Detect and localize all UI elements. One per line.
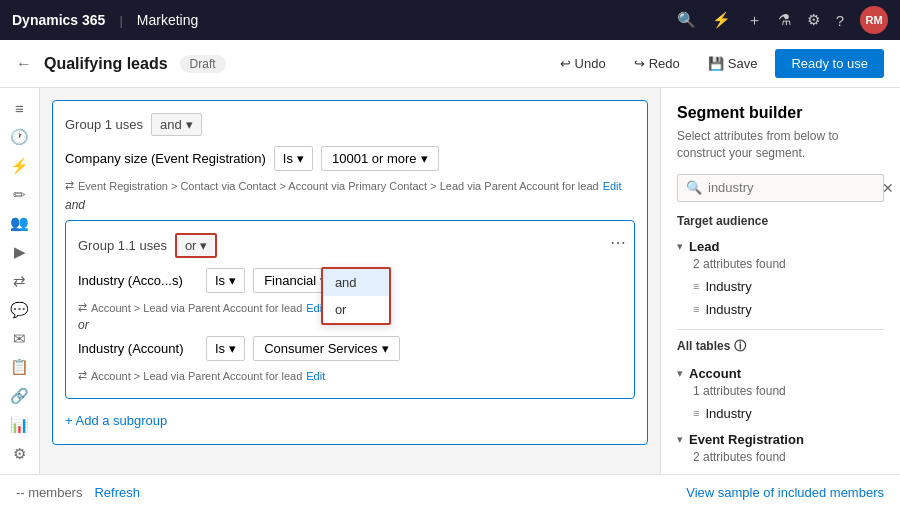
account-items: ≡ Industry (693, 402, 884, 425)
group1-label: Group 1 uses (65, 117, 143, 132)
search-input[interactable] (708, 180, 876, 195)
tree-header-event-reg[interactable]: ▾ Event Registration (677, 429, 884, 450)
sidebar-icon-edit[interactable]: ✏ (4, 182, 36, 207)
content-area: Group 1 uses and ▾ Company size (Event R… (40, 88, 660, 474)
lead-industry-label-2: Industry (705, 302, 751, 317)
condition3-row: Industry (Account) Is ▾ Consumer Service… (78, 336, 622, 361)
condition1-value-select[interactable]: 10001 or more ▾ (321, 146, 439, 171)
lead-industry-item-1[interactable]: ≡ Industry (693, 275, 884, 298)
search-icon[interactable]: 🔍 (677, 11, 696, 29)
tree-section-lead: ▾ Lead 2 attributes found ≡ Industry ≡ I… (677, 236, 884, 321)
condition1-label: Company size (Event Registration) (65, 151, 266, 166)
sidebar-icon-recent[interactable]: 🕐 (4, 125, 36, 150)
plus-icon[interactable]: ＋ (747, 11, 762, 30)
undo-button[interactable]: ↩ Undo (550, 50, 616, 77)
event-reg-industry-item[interactable]: ≡ Industry (693, 468, 884, 474)
condition2-label: Industry (Acco...s) (78, 273, 198, 288)
group11-label: Group 1.1 uses (78, 238, 167, 253)
search-box: 🔍 ✕ (677, 174, 884, 202)
lead-chevron-icon: ▾ (677, 240, 683, 253)
and-label: and (65, 198, 635, 212)
sidebar-icon-flow[interactable]: ⇄ (4, 269, 36, 294)
undo-icon: ↩ (560, 56, 571, 71)
sidebar-icon-chat[interactable]: 💬 (4, 297, 36, 322)
sidebar-icon-contacts[interactable]: 👥 (4, 211, 36, 236)
condition3-value-chevron: ▾ (382, 341, 389, 356)
divider-all-tables (677, 329, 884, 330)
main-layout: ≡ 🕐 ⚡ ✏ 👥 ▶ ⇄ 💬 ✉ 📋 🔗 📊 ⚙ Group 1 uses a… (0, 88, 900, 474)
tree-section-event-reg: ▾ Event Registration 2 attributes found … (677, 429, 884, 474)
filter-icon[interactable]: ⚗ (778, 11, 791, 29)
tree-section-account: ▾ Account 1 attributes found ≡ Industry (677, 363, 884, 425)
group1-operator-dropdown[interactable]: and ▾ (151, 113, 202, 136)
members-count: -- members (16, 485, 82, 500)
lead-industry-icon-2: ≡ (693, 303, 699, 315)
refresh-button[interactable]: Refresh (94, 485, 140, 500)
group1-header: Group 1 uses and ▾ (65, 113, 635, 136)
sidebar-icon-list[interactable]: 📋 (4, 355, 36, 380)
account-chevron-icon: ▾ (677, 367, 683, 380)
group1-operator-chevron: ▾ (186, 117, 193, 132)
condition3-value-select[interactable]: Consumer Services ▾ (253, 336, 399, 361)
avatar[interactable]: RM (860, 6, 888, 34)
ready-to-use-button[interactable]: Ready to use (775, 49, 884, 78)
sidebar-icon-play[interactable]: ▶ (4, 240, 36, 265)
condition1-value-chevron: ▾ (421, 151, 428, 166)
search-icon-panel: 🔍 (686, 180, 702, 195)
condition1-op-select[interactable]: Is ▾ (274, 146, 313, 171)
page-title: Qualifying leads (44, 55, 168, 73)
tree-header-account[interactable]: ▾ Account (677, 363, 884, 384)
breadcrumb1-edit[interactable]: Edit (603, 180, 622, 192)
redo-button[interactable]: ↪ Redo (624, 50, 690, 77)
account-section-name: Account (689, 366, 741, 381)
breadcrumb3-row: ⇄ Account > Lead via Parent Account for … (78, 369, 622, 382)
account-industry-item[interactable]: ≡ Industry (693, 402, 884, 425)
account-count: 1 attributes found (693, 384, 884, 398)
sidebar-icon-chart[interactable]: 📊 (4, 412, 36, 437)
view-sample-link[interactable]: View sample of included members (686, 485, 884, 500)
clear-search-button[interactable]: ✕ (882, 180, 894, 196)
condition1-row: Company size (Event Registration) Is ▾ 1… (65, 146, 635, 171)
target-audience-label: Target audience (677, 214, 884, 228)
breadcrumb3-edit[interactable]: Edit (306, 370, 325, 382)
event-reg-count: 2 attributes found (693, 450, 884, 464)
group11-header: Group 1.1 uses or ▾ and or (78, 233, 622, 258)
option-or[interactable]: or (323, 296, 389, 323)
group1-card: Group 1 uses and ▾ Company size (Event R… (52, 100, 648, 445)
group11-operator-value: or (185, 238, 197, 253)
breadcrumb1-text: Event Registration > Contact via Contact… (78, 180, 599, 192)
add-subgroup-button[interactable]: + Add a subgroup (65, 409, 635, 432)
event-reg-industry-label: Industry (705, 472, 751, 474)
more-options-button[interactable]: ⋯ (610, 233, 626, 252)
condition2-op-select[interactable]: Is ▾ (206, 268, 245, 293)
group11-subcard: Group 1.1 uses or ▾ and or ⋯ Industry (A… (65, 220, 635, 399)
option-and[interactable]: and (323, 269, 389, 296)
help-icon[interactable]: ? (836, 12, 844, 29)
sidebar-icon-settings[interactable]: ⚙ (4, 441, 36, 466)
tree-header-lead[interactable]: ▾ Lead (677, 236, 884, 257)
settings-icon[interactable]: ⚙ (807, 11, 820, 29)
breadcrumb1-row: ⇄ Event Registration > Contact via Conta… (65, 179, 635, 192)
group11-operator-dropdown[interactable]: or ▾ and or (175, 233, 218, 258)
event-reg-section-name: Event Registration (689, 432, 804, 447)
back-button[interactable]: ← (16, 55, 32, 73)
lead-section-name: Lead (689, 239, 719, 254)
sub-nav-actions: ↩ Undo ↪ Redo 💾 Save Ready to use (550, 49, 884, 78)
condition3-op-select[interactable]: Is ▾ (206, 336, 245, 361)
save-button[interactable]: 💾 Save (698, 50, 768, 77)
sidebar-icon-email[interactable]: ✉ (4, 326, 36, 351)
lead-industry-item-2[interactable]: ≡ Industry (693, 298, 884, 321)
event-reg-chevron-icon: ▾ (677, 433, 683, 446)
breadcrumb3-text: Account > Lead via Parent Account for le… (91, 370, 302, 382)
sub-nav: ← Qualifying leads Draft ↩ Undo ↪ Redo 💾… (0, 40, 900, 88)
group1-operator-value: and (160, 117, 182, 132)
group11-operator-chevron: ▾ (200, 238, 207, 253)
all-tables-label: All tables ⓘ (677, 338, 884, 355)
sidebar-icon-action[interactable]: ⚡ (4, 154, 36, 179)
sidebar-icon-link[interactable]: 🔗 (4, 384, 36, 409)
condition3-label: Industry (Account) (78, 341, 198, 356)
lightning-icon[interactable]: ⚡ (712, 11, 731, 29)
sidebar-icon-menu[interactable]: ≡ (4, 96, 36, 121)
redo-icon: ↪ (634, 56, 645, 71)
operator-dropdown-popup: and or (321, 267, 391, 325)
